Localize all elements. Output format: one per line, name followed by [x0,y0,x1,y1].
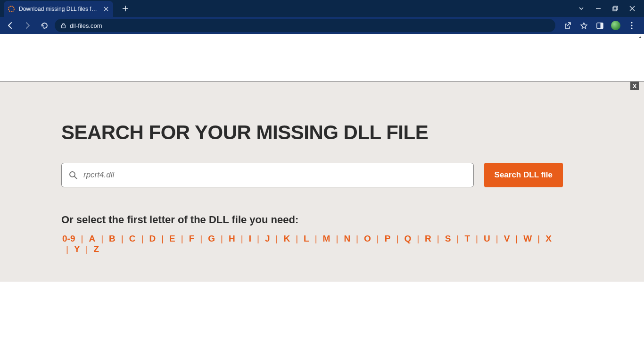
separator: | [157,234,168,244]
tab-title: Download missing DLL files for fr [19,6,99,12]
separator: | [136,234,148,244]
search-box [61,163,474,187]
letter-link[interactable]: W [522,234,533,244]
letter-link[interactable]: P [384,234,392,244]
letter-link[interactable]: C [128,234,137,244]
search-row: Search DLL file [61,163,563,187]
mid-ad-space [0,282,644,343]
letter-link[interactable]: V [503,234,511,244]
letter-link[interactable]: E [168,234,176,244]
letter-link[interactable]: X [545,234,553,244]
lock-icon [60,23,66,28]
separator: | [176,234,188,244]
separator: | [291,234,303,244]
letter-link[interactable]: Q [403,234,412,244]
svg-point-8 [631,27,632,29]
letter-link[interactable]: S [444,234,452,244]
top-ad-space [0,34,644,81]
profile-avatar[interactable] [611,21,620,30]
toolbar-right [559,21,640,30]
close-ad-button[interactable]: X [630,82,639,90]
search-section: X SEARCH FOR YOUR MISSING DLL FILE Searc… [0,81,644,282]
letter-link[interactable]: I [248,234,252,244]
new-tab-button[interactable] [119,2,132,15]
letter-link[interactable]: F [188,234,196,244]
letter-link[interactable]: L [303,234,310,244]
letter-link[interactable]: G [207,234,216,244]
search-input[interactable] [83,170,467,180]
letter-link[interactable]: A [88,234,96,244]
letter-link[interactable]: U [483,234,491,244]
letter-link[interactable]: B [108,234,116,244]
letter-link[interactable]: T [463,234,471,244]
separator: | [471,234,483,244]
letter-index: 0-9|A|B|C|D|E|F|G|H|I|J|K|L|M|N|O|P|Q|R|… [61,234,563,254]
separator: | [81,244,93,254]
svg-rect-1 [613,7,617,11]
letter-link[interactable]: K [282,234,291,244]
url-text: dll-files.com [70,22,102,29]
separator: | [271,234,282,244]
separator: | [310,234,322,244]
browser-toolbar: dll-files.com [0,17,644,34]
separator: | [533,234,545,244]
svg-rect-2 [614,6,618,10]
tab-favicon-icon [8,5,15,13]
letter-link[interactable]: H [228,234,236,244]
separator: | [252,234,264,244]
svg-point-6 [631,22,632,23]
back-button[interactable] [4,19,17,32]
bookmark-star-icon[interactable] [579,21,588,30]
separator: | [195,234,207,244]
letter-link[interactable]: M [322,234,331,244]
separator: | [391,234,403,244]
close-window-icon[interactable] [629,5,636,12]
close-tab-icon[interactable] [103,6,109,12]
maximize-icon[interactable] [612,5,619,12]
page-viewport: X SEARCH FOR YOUR MISSING DLL FILE Searc… [0,34,644,343]
address-bar[interactable]: dll-files.com [55,19,555,32]
letter-link[interactable]: N [343,234,351,244]
separator: | [351,234,363,244]
separator: | [372,234,384,244]
letter-link[interactable]: O [363,234,372,244]
letter-link[interactable]: 0-9 [61,234,76,244]
page-heading: SEARCH FOR YOUR MISSING DLL FILE [61,121,563,144]
separator: | [511,234,522,244]
letter-link[interactable]: J [264,234,271,244]
minimize-icon[interactable] [595,5,602,12]
letter-link[interactable]: Y [73,244,81,254]
letter-link[interactable]: Z [93,244,100,254]
separator: | [491,234,503,244]
letter-link[interactable]: R [424,234,432,244]
forward-button[interactable] [21,19,34,32]
svg-rect-3 [61,25,65,28]
separator: | [236,234,248,244]
browser-tab[interactable]: Download missing DLL files for fr [4,1,113,17]
search-icon [68,170,78,180]
separator: | [432,234,444,244]
search-button[interactable]: Search DLL file [484,163,563,187]
svg-point-0 [8,6,14,12]
separator: | [452,234,463,244]
separator: | [331,234,343,244]
svg-rect-5 [600,23,603,28]
separator: | [412,234,424,244]
side-panel-icon[interactable] [595,21,604,30]
separator: | [96,234,108,244]
scroll-up-arrow-icon[interactable] [637,34,643,40]
separator: | [116,234,128,244]
separator: | [216,234,228,244]
chevron-down-icon[interactable] [578,5,585,12]
separator: | [61,244,73,254]
window-controls [570,0,644,17]
reload-button[interactable] [38,19,51,32]
svg-point-7 [631,25,632,26]
separator: | [76,234,88,244]
share-icon[interactable] [563,21,572,30]
letter-link[interactable]: D [148,234,157,244]
browser-titlebar: Download missing DLL files for fr [0,0,644,17]
kebab-menu-icon[interactable] [627,21,636,30]
letter-index-heading: Or select the first letter of the DLL fi… [61,214,563,226]
